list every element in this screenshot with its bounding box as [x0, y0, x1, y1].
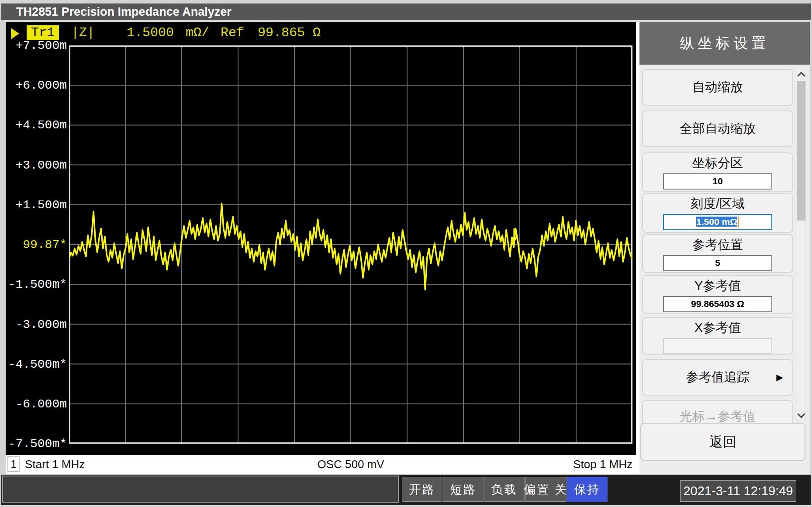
trace-ref-label: Ref — [221, 25, 244, 40]
reference-tracking-button[interactable]: 参考值追踪 ► — [642, 359, 793, 396]
load-correction-button[interactable]: 负载 — [484, 477, 525, 502]
auto-scale-all-button[interactable]: 全部自动缩放 — [642, 110, 793, 147]
bottom-status-bar: 开路 短路 负载 偏置 关 保持 2021-3-11 12:19:49 — [1, 475, 811, 505]
y-reference-group: Y参考值 99.865403 Ω — [642, 275, 793, 314]
y-ref-line-label: 99.87* — [6, 238, 67, 252]
reference-position-group: 参考位置 5 — [642, 234, 793, 273]
reference-position-input[interactable]: 5 — [663, 255, 772, 271]
submenu-arrow-icon: ► — [774, 371, 785, 384]
y-reference-label: Y参考值 — [643, 277, 792, 295]
scrollbar-thumb[interactable] — [797, 81, 805, 221]
y-tick-label: -7.500m* — [6, 437, 67, 451]
auto-scale-button[interactable]: 自动缩放 — [642, 69, 793, 106]
chart-panel: Tr1 |Z| 1.5000 mΩ/ Ref 99.865 Ω +7.500m … — [6, 22, 636, 474]
panel-header: 纵坐标设置 — [639, 22, 810, 65]
trace-scale-value: 1.5000 — [127, 25, 174, 40]
y-reference-input[interactable]: 99.865403 Ω — [663, 296, 772, 312]
divisions-group: 坐标分区 10 — [642, 152, 793, 192]
y-tick-label: +1.500m — [6, 198, 67, 212]
sweep-start-label: Start 1 MHz — [25, 455, 85, 474]
sweep-stop-label: Stop 1 MHz — [573, 455, 632, 474]
auto-scale-all-label: 全部自动缩放 — [680, 120, 756, 138]
app-window: TH2851 Precision Impedance Analyzer Tr1 … — [0, 0, 812, 507]
trace-ref-unit: Ω — [313, 25, 321, 40]
x-reference-group: X参考值 — [642, 317, 793, 355]
osc-level-label: OSC 500 mV — [263, 455, 438, 474]
trace-parameter: |Z| — [71, 25, 95, 40]
scrollbar-up-button[interactable] — [797, 69, 805, 80]
back-label: 返回 — [709, 433, 736, 451]
scale-per-division-group: 刻度/区域 1.500 mΩ — [642, 193, 793, 233]
y-tick-label: -4.500m* — [6, 358, 67, 371]
reference-position-label: 参考位置 — [643, 236, 792, 254]
impedance-trace-chart — [69, 45, 632, 444]
title-bar: TH2851 Precision Impedance Analyzer — [1, 3, 811, 20]
bias-off-button[interactable]: 偏置 关 — [525, 477, 567, 502]
correction-button-row: 开路 短路 负载 偏置 关 保持 — [402, 477, 608, 502]
selected-text: 1.500 mΩ — [696, 217, 737, 227]
trace-badge[interactable]: Tr1 — [27, 25, 59, 40]
y-tick-label: +7.500m — [6, 39, 67, 52]
open-correction-button[interactable]: 开路 — [402, 477, 442, 502]
divisions-input[interactable]: 10 — [663, 173, 772, 190]
scale-per-division-label: 刻度/区域 — [643, 195, 792, 213]
chart-footer: 1 Start 1 MHz OSC 500 mV Stop 1 MHz — [6, 455, 636, 474]
chevron-up-icon — [797, 72, 805, 79]
y-tick-label: -3.000m — [6, 318, 67, 331]
trace-scale-unit: mΩ/ — [186, 25, 209, 40]
trace-header: Tr1 |Z| 1.5000 mΩ/ Ref 99.865 Ω — [6, 24, 636, 43]
panel-title: 纵坐标设置 — [680, 34, 770, 53]
hold-button[interactable]: 保持 — [567, 477, 608, 502]
y-tick-label: -1.500m* — [6, 278, 67, 291]
y-tick-label: +3.000m — [6, 159, 67, 172]
scrollbar-down-button[interactable] — [797, 410, 805, 421]
x-reference-label: X参考值 — [643, 319, 792, 337]
chevron-down-icon — [797, 410, 805, 418]
window-title: TH2851 Precision Impedance Analyzer — [1, 5, 232, 19]
scale-per-division-input[interactable]: 1.500 mΩ — [663, 214, 772, 230]
y-tick-label: +4.500m — [6, 118, 67, 132]
status-message-area — [2, 476, 399, 503]
x-reference-input[interactable] — [663, 338, 772, 354]
y-tick-label: -6.000m — [6, 397, 67, 411]
vertical-axis-settings-panel: 纵坐标设置 自动缩放 全部自动缩放 坐标分区 10 刻度/区域 1.500 mΩ… — [639, 22, 810, 474]
text-caret — [738, 217, 739, 228]
panel-divider — [636, 22, 639, 474]
divisions-label: 坐标分区 — [643, 155, 792, 172]
panel-scrollbar[interactable] — [797, 69, 806, 421]
trace-ref-value: 99.865 — [258, 25, 305, 40]
back-button[interactable]: 返回 — [640, 423, 805, 461]
active-trace-icon — [11, 28, 19, 39]
auto-scale-label: 自动缩放 — [692, 79, 743, 96]
datetime-display: 2021-3-11 12:19:49 — [680, 480, 796, 502]
reference-tracking-label: 参考值追踪 — [686, 369, 750, 386]
channel-number-box: 1 — [7, 456, 20, 472]
y-tick-label: +6.000m — [6, 79, 67, 92]
short-correction-button[interactable]: 短路 — [443, 477, 484, 502]
